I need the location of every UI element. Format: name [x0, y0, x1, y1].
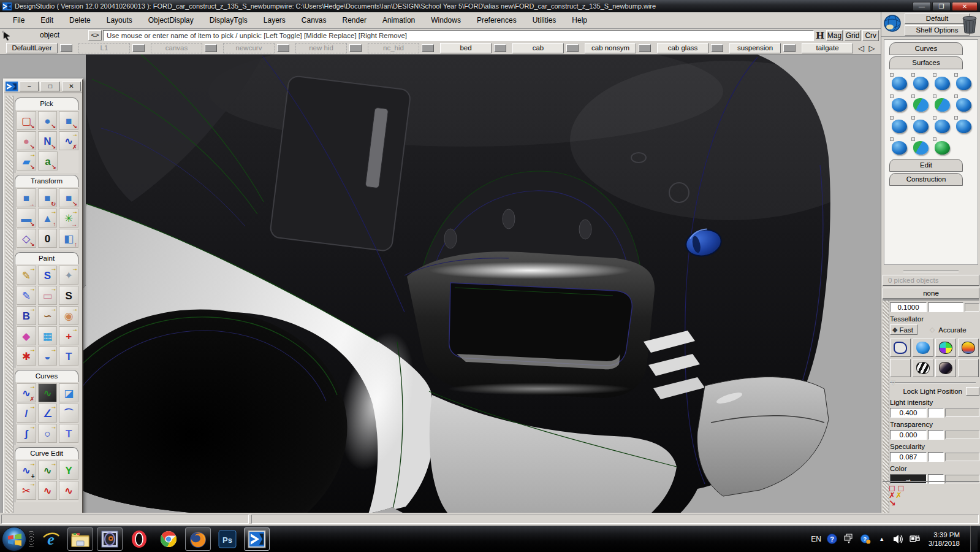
language-indicator[interactable]: EN: [811, 535, 821, 543]
paint-marker-icon[interactable]: S→: [38, 266, 58, 285]
layer-color-swatch[interactable]: [422, 44, 434, 52]
surface-flange-icon[interactable]: [954, 94, 974, 114]
layer-color-swatch[interactable]: [783, 44, 796, 52]
option-box[interactable]: [933, 73, 936, 77]
curve-edit-add-points-icon[interactable]: ∿+→: [17, 461, 36, 480]
prompt-history-toggle[interactable]: <>: [88, 30, 102, 40]
pick-surface-icon[interactable]: ▰↘→: [17, 151, 36, 171]
layer-color-swatch[interactable]: [566, 44, 579, 52]
option-box[interactable]: [911, 116, 915, 120]
paint-magic-wand-icon[interactable]: ✱→: [17, 347, 36, 366]
action-center-icon[interactable]: ?: [860, 534, 871, 545]
layer-color-swatch[interactable]: [494, 44, 506, 52]
shader-sphere-icon[interactable]: [883, 13, 902, 33]
layer-label[interactable]: tailgate: [802, 43, 853, 53]
volume-icon[interactable]: [893, 534, 904, 545]
layer-color-swatch[interactable]: [277, 44, 289, 52]
shelf-tab-surfaces[interactable]: Surfaces: [889, 56, 963, 69]
menu-animation[interactable]: Animation: [374, 13, 423, 27]
option-box[interactable]: [911, 137, 915, 141]
shader-value-field[interactable]: 0.1000: [890, 302, 927, 312]
palette-minimize-button[interactable]: –: [20, 82, 39, 91]
viewport-canvas[interactable]: [0, 55, 881, 513]
taskbar-internet-explorer[interactable]: e: [38, 527, 64, 551]
paint-fine-pen-icon[interactable]: ✎→: [17, 286, 36, 305]
minimize-button[interactable]: —: [913, 2, 931, 11]
option-box[interactable]: [954, 73, 958, 77]
layer-tailgate[interactable]: tailgate: [802, 43, 853, 53]
pick-hull-icon[interactable]: ∿✗→: [59, 131, 78, 150]
paint-clone-icon[interactable]: ◉→: [59, 306, 78, 325]
menu-utilities[interactable]: Utilities: [525, 13, 564, 27]
pick-component-icon[interactable]: ●↘: [38, 111, 58, 130]
mag-button[interactable]: Mag: [826, 30, 843, 41]
layer-cab-glass[interactable]: cab glass: [657, 43, 723, 53]
menu-file[interactable]: File: [5, 13, 32, 27]
surface-sections-icon[interactable]: [911, 137, 931, 157]
surface-cylinder-icon[interactable]: [911, 115, 931, 136]
paint-smudge-icon[interactable]: ∽→: [38, 306, 58, 325]
layer-bed[interactable]: bed: [440, 43, 506, 53]
paint-flood-fill-icon[interactable]: ◆: [17, 326, 36, 345]
layer-l1[interactable]: L1: [78, 43, 145, 53]
surface-loft-icon[interactable]: [889, 94, 910, 114]
trash-icon[interactable]: [960, 14, 979, 34]
surface-draft-icon[interactable]: [932, 94, 952, 114]
option-box[interactable]: [890, 137, 894, 141]
lock-light-checkbox[interactable]: [966, 387, 979, 396]
option-box[interactable]: [911, 94, 915, 98]
option-box[interactable]: [911, 73, 915, 77]
display-wireframe-icon[interactable]: [890, 339, 911, 357]
layer-label[interactable]: DefaultLayer: [6, 43, 58, 53]
taskbar-chrome[interactable]: [156, 527, 181, 551]
palette-tab-curves[interactable]: Curves: [15, 370, 78, 382]
palette-tab-paint[interactable]: Paint: [15, 252, 78, 264]
transform-snap-icon[interactable]: ✳→→: [59, 209, 78, 228]
shader-value-track[interactable]: [965, 303, 979, 312]
delete-history-icon[interactable]: ◻ ◻✗✗↘: [889, 485, 979, 507]
transform-set-pivot-icon[interactable]: ◇↘: [17, 229, 36, 248]
shelf-tab-curves[interactable]: Curves: [889, 42, 963, 55]
restore-button[interactable]: ❐: [932, 2, 951, 11]
surface-tube-icon[interactable]: [954, 72, 974, 93]
palette-scrollbar[interactable]: [6, 96, 13, 522]
layer-color-swatch[interactable]: [205, 44, 217, 52]
curves-sketch-icon[interactable]: ∿✗→: [17, 383, 36, 402]
layer-defaultlayer[interactable]: DefaultLayer: [6, 43, 72, 53]
layer-label[interactable]: nc_hid: [368, 43, 419, 53]
palette-title-bar[interactable]: – □ ✕: [4, 80, 82, 93]
surface-box-icon[interactable]: [911, 94, 931, 114]
option-box[interactable]: [890, 73, 894, 77]
tessellator-fast-radio[interactable]: ◆ Fast: [890, 324, 917, 335]
layer-label[interactable]: suspension: [729, 43, 781, 53]
curves-line-icon[interactable]: /→: [17, 404, 36, 423]
display-zebra-icon[interactable]: [913, 359, 933, 377]
slider-value-field[interactable]: 0.000: [890, 430, 927, 440]
surface-patch-icon[interactable]: [932, 115, 952, 136]
layer-new-hid[interactable]: new hid: [295, 43, 362, 53]
shader-value-field-2[interactable]: [928, 302, 963, 312]
pick-object-icon[interactable]: ▢↘: [17, 111, 36, 130]
surface-rounded-cube-icon[interactable]: [932, 137, 952, 157]
curves-circle-icon[interactable]: ○→: [38, 424, 58, 443]
menu-delete[interactable]: Delete: [61, 13, 99, 27]
transform-local-pivot-icon[interactable]: ◧↑: [59, 229, 78, 248]
menu-preferences[interactable]: Preferences: [469, 13, 525, 27]
display-multicolor-icon[interactable]: [935, 339, 956, 357]
surface-pipe-icon[interactable]: [954, 115, 974, 136]
paint-pencil-icon[interactable]: ✎→: [17, 266, 36, 285]
layer-newcurv[interactable]: newcurv: [223, 43, 289, 53]
curve-edit-attach-icon[interactable]: Y: [59, 461, 78, 480]
taskbar-designstudio[interactable]: [244, 527, 270, 551]
menu-displaytgls[interactable]: DisplayTgls: [202, 13, 256, 27]
curve-edit-stretch-icon[interactable]: ∿: [59, 481, 78, 500]
layer-cab-nonsym[interactable]: cab nonsym: [585, 43, 651, 53]
option-box[interactable]: [954, 116, 958, 120]
layer-color-swatch[interactable]: [711, 44, 723, 52]
taskbar-explorer[interactable]: [67, 527, 93, 551]
option-box[interactable]: [933, 116, 936, 120]
show-desktop-button[interactable]: [970, 526, 978, 552]
transform-zero-icon[interactable]: 0: [38, 229, 58, 248]
paint-airbrush-icon[interactable]: ✦→: [59, 266, 78, 285]
layer-suspension[interactable]: suspension: [729, 43, 796, 53]
